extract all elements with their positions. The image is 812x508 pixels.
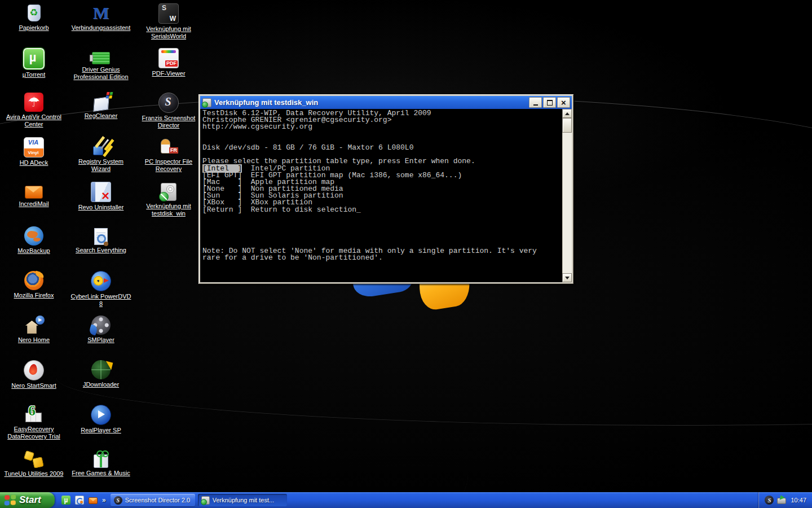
desktop-icon-pdfviewer[interactable]: PDF-Viewer [136, 48, 201, 77]
tray-clock[interactable]: 10:47 [789, 497, 806, 503]
scrollbar-thumb[interactable] [562, 118, 572, 133]
scrollbar[interactable] [562, 109, 572, 282]
desktop-icon-hdadeck[interactable]: HD ADeck [1, 137, 67, 167]
wallpaper-swoosh-middle [56, 330, 812, 426]
console-line: rare for a drive to be 'Non-partitioned'… [202, 255, 562, 261]
jdownloader-icon [91, 360, 111, 379]
desktop-icon-franzis[interactable]: Franzis Screenshot Director [136, 93, 201, 129]
scroll-up-icon[interactable] [562, 109, 572, 118]
desktop-icon-serialsworld[interactable]: Verknüpfung mit SerialsWorld [136, 3, 201, 40]
console-line: Disk /dev/sdb - 81 GB / 76 GiB - Maxtor … [202, 144, 562, 151]
firefox-icon [24, 271, 43, 290]
console-line: http://www.cgsecurity.org [202, 124, 562, 130]
desktop-icon-label: HD ADeck [1, 159, 67, 167]
console-line [202, 227, 562, 234]
desktop: PapierkorbVerbindungsassistentVerknüpfun… [0, 0, 812, 508]
screenshot-icon [114, 496, 122, 505]
testdisk-window-icon [202, 98, 211, 107]
desktop-icon-incredimail[interactable]: IncrediMail [1, 182, 67, 208]
desktop-icon-verbindungsassistent[interactable]: Verbindungsassistent [68, 3, 134, 32]
desktop-icon-label: Verknüpfung mit SerialsWorld [136, 25, 201, 40]
desktop-icon-easyrecovery[interactable]: EasyRecovery DataRecovery Trial [1, 405, 67, 440]
desktop-icon-mozbackup[interactable]: MozBackup [1, 226, 67, 255]
minimize-button[interactable] [529, 97, 542, 108]
desktop-icon-label: Free Games & Music [68, 470, 134, 477]
testdisk-icon [161, 183, 176, 201]
window-titlebar[interactable]: Verknüpfung mit testdisk_win [200, 96, 572, 109]
regwizard-icon [91, 137, 111, 156]
desktop-icon-utorrent[interactable]: µTorrent [1, 48, 67, 78]
desktop-icon-label: Search Everything [68, 247, 134, 254]
close-button[interactable] [557, 97, 570, 108]
browser-quicklaunch-icon[interactable] [75, 496, 84, 505]
desktop-icon-label: MozBackup [1, 247, 67, 255]
desktop-icon-tuneup[interactable]: TuneUp Utilities 2009 [1, 449, 67, 478]
desktop-icon-smplayer[interactable]: SMPlayer [68, 316, 134, 344]
desktop-icon-label: RealPlayer SP [68, 427, 134, 434]
console-line [202, 131, 562, 138]
desktop-icon-drivergenius[interactable]: Driver Genius Professional Edition [68, 48, 134, 81]
desktop-icon-firefox[interactable]: Mozilla Firefox [1, 271, 67, 299]
desktop-icon-jdownloader[interactable]: JDownloader [68, 360, 134, 388]
desktop-icon-pcinspector[interactable]: PC Inspector File Recovery [136, 137, 201, 173]
desktop-icon-label: CyberLink PowerDVD 8 [68, 293, 134, 308]
regcleaner-icon [93, 97, 109, 112]
desktop-icon-powerdvd[interactable]: CyberLink PowerDVD 8 [68, 271, 134, 308]
desktop-icon-nerostartsmart[interactable]: Nero StartSmart [1, 360, 67, 389]
taskbar-task-screenshot[interactable]: Screenshot Director 2.0 [111, 494, 195, 506]
desktop-icon-realplayer[interactable]: RealPlayer SP [68, 405, 134, 434]
serialsworld-icon [158, 3, 179, 24]
start-button[interactable]: Start [0, 492, 55, 508]
scroll-down-icon[interactable] [562, 273, 572, 282]
desktop-icon-label: Verknüpfung mit testdisk_win [136, 203, 201, 217]
quick-launch: » [55, 496, 111, 505]
desktop-icon-label: RegCleaner [68, 112, 134, 120]
desktop-icon-testdisk[interactable]: Verknüpfung mit testdisk_win [136, 182, 201, 217]
taskbar-task-testdisk[interactable]: Verknüpfung mit test... [198, 494, 287, 506]
papierkorb-icon [24, 3, 43, 23]
maximize-button[interactable] [543, 97, 556, 108]
desktop-icon-freegames[interactable]: Free Games & Music [68, 449, 134, 477]
console-line: [Return ] Return to disk selection_ [202, 207, 562, 213]
task-label: Screenshot Director 2.0 [125, 497, 191, 503]
incredimail-icon [25, 186, 43, 199]
quicklaunch-more-icon[interactable]: » [102, 496, 106, 504]
console-output[interactable]: TestDisk 6.12-WIP, Data Recovery Utility… [200, 109, 562, 282]
verbindungsassistent-icon [91, 3, 111, 23]
realplayer-icon [91, 405, 111, 425]
screenshot-director-tray-icon[interactable] [765, 496, 774, 505]
safely-remove-hardware-icon[interactable] [777, 498, 786, 504]
pcinspector-icon [159, 137, 178, 156]
desktop-icon-papierkorb[interactable]: Papierkorb [1, 3, 67, 32]
easyrecovery-icon [24, 405, 43, 424]
console-line [202, 213, 562, 220]
desktop-icon-regcleaner[interactable]: RegCleaner [68, 93, 134, 120]
desktop-icon-revo[interactable]: Revo Uninstaller [68, 182, 134, 211]
desktop-icon-label: µTorrent [1, 71, 67, 78]
mozbackup-icon [24, 226, 43, 246]
console-line [202, 234, 562, 240]
desktop-icon-searcheverything[interactable]: Search Everything [68, 226, 134, 254]
desktop-icon-regwizard[interactable]: Registry System Wizard [68, 137, 134, 173]
desktop-icon-label: JDownloader [68, 381, 134, 388]
desktop-icon-nerohome[interactable]: Nero Home [1, 316, 67, 344]
task-label: Verknüpfung mit test... [213, 497, 274, 503]
desktop-icon-label: Revo Uninstaller [68, 204, 134, 211]
desktop-icon-label: PDF-Viewer [136, 70, 201, 77]
desktop-icon-label: Avira AntiVir Control Center [1, 113, 67, 128]
start-label: Start [19, 494, 41, 506]
desktop-icon-label: Driver Genius Professional Edition [68, 66, 134, 81]
hdadeck-icon [24, 137, 44, 157]
window-title: Verknüpfung mit testdisk_win [214, 98, 528, 107]
taskbar: Start » Screenshot Director 2.0Verknüpfu… [0, 492, 812, 508]
revo-icon [91, 182, 111, 202]
franzis-icon [158, 93, 179, 113]
searcheverything-icon [94, 228, 108, 245]
utorrent-quicklaunch-icon[interactable] [61, 496, 70, 505]
desktop-icon-label: Nero StartSmart [1, 382, 67, 389]
freegames-icon [94, 454, 108, 468]
desktop-icon-label: TuneUp Utilities 2009 [1, 470, 67, 478]
taskbar-tasks: Screenshot Director 2.0Verknüpfung mit t… [111, 494, 759, 506]
desktop-icon-avira[interactable]: Avira AntiVir Control Center [1, 93, 67, 128]
incredimail-quicklaunch-icon[interactable] [89, 497, 98, 504]
